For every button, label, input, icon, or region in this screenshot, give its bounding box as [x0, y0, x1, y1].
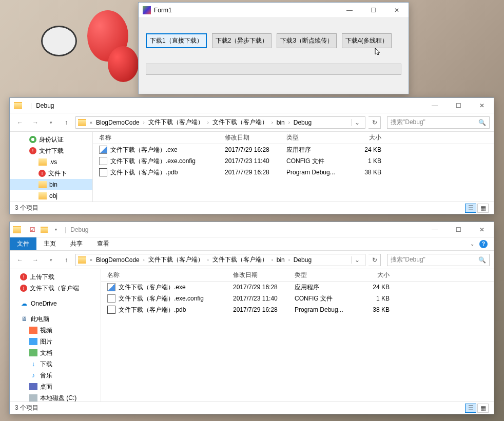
tree-item-identity[interactable]: 身份认证: [10, 134, 92, 145]
nav-back-button[interactable]: ←: [14, 116, 26, 129]
chevron-right-icon[interactable]: ›: [287, 257, 292, 263]
addr-chevron[interactable]: «: [88, 120, 94, 125]
breadcrumb-seg5[interactable]: Debug: [292, 119, 314, 126]
explorer1-titlebar[interactable]: | Debug — ☐ ✕: [10, 98, 494, 113]
breadcrumb-seg2[interactable]: 文件下载（客户端）: [146, 255, 206, 264]
maximize-button[interactable]: ☐: [361, 3, 385, 18]
col-size[interactable]: 大小: [345, 133, 386, 142]
nav-recent-dropdown[interactable]: ▾: [45, 116, 57, 129]
nav-forward-button[interactable]: →: [29, 116, 42, 129]
minimize-button[interactable]: —: [338, 3, 361, 18]
file-row[interactable]: 文件下载（客户端）.exe.config 2017/7/23 11:40 CON…: [93, 155, 494, 167]
nav-recent-dropdown[interactable]: ▾: [45, 254, 57, 266]
close-button[interactable]: ✕: [470, 222, 494, 237]
breadcrumb-seg4[interactable]: bin: [275, 119, 287, 126]
col-name[interactable]: 名称: [101, 271, 233, 279]
help-icon[interactable]: ?: [479, 240, 488, 248]
maximize-button[interactable]: ☐: [447, 222, 470, 237]
ribbon-tab-file[interactable]: 文件: [10, 237, 36, 250]
col-size[interactable]: 大小: [354, 271, 395, 279]
chevron-right-icon[interactable]: ›: [287, 120, 292, 125]
maximize-button[interactable]: ☐: [447, 98, 470, 113]
breadcrumb-seg2[interactable]: 文件下载（客户端）: [146, 118, 206, 127]
tree-item-documents[interactable]: 文档: [10, 347, 101, 358]
close-button[interactable]: ✕: [385, 3, 409, 18]
column-headers[interactable]: 名称 修改日期 类型 大小: [101, 269, 494, 282]
address-bar[interactable]: « BlogDemoCode › 文件下载（客户端） › 文件下载（客户端） ›…: [75, 254, 365, 266]
nav-forward-button[interactable]: →: [29, 254, 42, 266]
tree-item-pictures[interactable]: 图片: [10, 336, 101, 347]
tree-item-filedl[interactable]: !文件下: [10, 168, 92, 179]
explorer2-titlebar[interactable]: ☑ ▾ | Debug — ☐ ✕: [10, 222, 494, 237]
qat-dropdown[interactable]: ▾: [51, 225, 61, 234]
breadcrumb-seg4[interactable]: bin: [275, 256, 287, 264]
tree-item-music[interactable]: ♪音乐: [10, 370, 101, 381]
folder-tree[interactable]: 身份认证 !文件下载 .vs !文件下 bin obj: [10, 132, 93, 202]
nav-up-button[interactable]: ↑: [60, 116, 72, 129]
addr-chevron[interactable]: «: [88, 257, 94, 263]
chevron-right-icon[interactable]: ›: [142, 120, 146, 125]
col-type[interactable]: 类型: [286, 133, 345, 142]
qat-properties[interactable]: ☑: [28, 225, 37, 234]
address-bar[interactable]: « BlogDemoCode › 文件下载（客户端） › 文件下载（客户端） ›…: [75, 116, 365, 129]
breadcrumb-seg1[interactable]: BlogDemoCode: [94, 119, 142, 126]
address-dropdown[interactable]: ⌄: [351, 256, 363, 264]
file-row[interactable]: 文件下载（客户端）.pdb 2017/7/29 16:28 Program De…: [93, 167, 494, 178]
chevron-right-icon[interactable]: ›: [270, 120, 275, 125]
icons-view-button[interactable]: ▦: [477, 404, 489, 413]
details-view-button[interactable]: ☰: [465, 204, 476, 213]
breadcrumb-seg3[interactable]: 文件下载（客户端）: [210, 118, 270, 127]
file-row[interactable]: 文件下载（客户端）.exe.config 2017/7/23 11:40 CON…: [101, 293, 494, 304]
folder-tree[interactable]: !上传下载 !文件下载（客户端 ☁OneDrive 🖥此电脑 视频 图片 文档 …: [10, 269, 101, 402]
tree-item-thispc[interactable]: 🖥此电脑: [10, 313, 101, 325]
nav-back-button[interactable]: ←: [14, 254, 26, 266]
nav-up-button[interactable]: ↑: [60, 254, 72, 266]
ribbon-tab-view[interactable]: 查看: [90, 237, 117, 250]
download3-resume-button[interactable]: 下载3（断点续传）: [277, 33, 337, 48]
download4-multithread-button[interactable]: 下载4(多线程）: [342, 33, 392, 48]
download1-direct-button[interactable]: 下载1（直接下载）: [146, 33, 207, 48]
chevron-right-icon[interactable]: ›: [142, 257, 146, 263]
col-type[interactable]: 类型: [295, 271, 354, 279]
file-row[interactable]: 文件下载（客户端）.pdb 2017/7/29 16:28 Program De…: [101, 304, 494, 315]
address-dropdown[interactable]: ⌄: [351, 119, 363, 126]
tree-item-downloads[interactable]: ↓下载: [10, 358, 101, 370]
minimize-button[interactable]: —: [423, 98, 447, 113]
column-headers[interactable]: 名称 修改日期 类型 大小: [93, 132, 494, 144]
tree-item-filedownload[interactable]: !文件下载: [10, 145, 92, 156]
form1-titlebar[interactable]: Form1 — ☐ ✕: [139, 3, 409, 18]
details-view-button[interactable]: ☰: [465, 404, 476, 413]
col-date[interactable]: 修改日期: [225, 133, 286, 142]
search-box[interactable]: 搜索"Debug" 🔍: [387, 116, 490, 129]
ribbon-expand-icon[interactable]: ⌄: [470, 241, 474, 247]
refresh-button[interactable]: ↻: [369, 254, 381, 266]
file-row[interactable]: 文件下载（客户端）.exe 2017/7/29 16:28 应用程序 24 KB: [93, 144, 494, 155]
file-row[interactable]: 文件下载（客户端）.exe 2017/7/29 16:28 应用程序 24 KB: [101, 282, 494, 293]
tree-item-bin[interactable]: bin: [10, 179, 92, 190]
qat-newfolder[interactable]: [40, 225, 49, 234]
ribbon-tab-home[interactable]: 主页: [36, 237, 63, 250]
chevron-right-icon[interactable]: ›: [206, 257, 210, 263]
search-box[interactable]: 搜索"Debug" 🔍: [387, 254, 490, 266]
tree-item-onedrive[interactable]: ☁OneDrive: [10, 298, 101, 309]
ribbon-tab-share[interactable]: 共享: [63, 237, 90, 250]
icons-view-button[interactable]: ▦: [477, 204, 489, 213]
tree-item-disk-c[interactable]: 本地磁盘 (C:): [10, 392, 101, 402]
close-button[interactable]: ✕: [470, 98, 494, 113]
breadcrumb-seg3[interactable]: 文件下载（客户端）: [210, 255, 270, 264]
download2-async-button[interactable]: 下载2（异步下载）: [212, 33, 272, 48]
tree-item-vs[interactable]: .vs: [10, 156, 92, 168]
tree-item-upload[interactable]: !上传下载: [10, 271, 101, 283]
chevron-right-icon[interactable]: ›: [206, 120, 210, 125]
chevron-right-icon[interactable]: ›: [270, 257, 275, 263]
breadcrumb-seg1[interactable]: BlogDemoCode: [94, 256, 142, 264]
tree-item-videos[interactable]: 视频: [10, 325, 101, 336]
col-name[interactable]: 名称: [93, 133, 225, 142]
col-date[interactable]: 修改日期: [233, 271, 295, 279]
breadcrumb-seg5[interactable]: Debug: [292, 256, 314, 264]
tree-item-obj[interactable]: obj: [10, 190, 92, 202]
tree-item-filedl-client[interactable]: !文件下载（客户端: [10, 283, 101, 294]
minimize-button[interactable]: —: [423, 222, 447, 237]
tree-item-desktop[interactable]: 桌面: [10, 381, 101, 392]
refresh-button[interactable]: ↻: [369, 116, 381, 129]
